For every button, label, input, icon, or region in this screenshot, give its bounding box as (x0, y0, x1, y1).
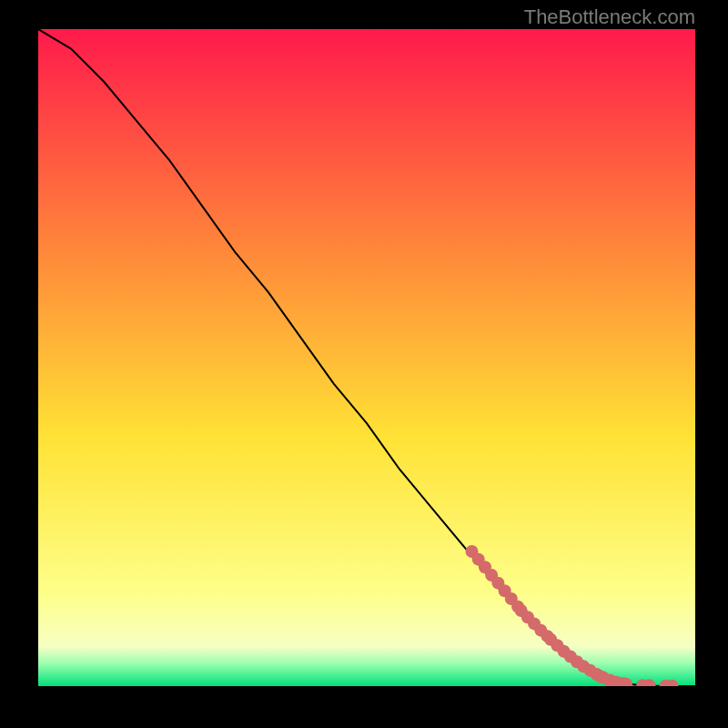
chart-frame: TheBottleneck.com (0, 0, 728, 728)
chart-svg (38, 29, 695, 686)
plot-area (38, 29, 695, 686)
watermark-text: TheBottleneck.com (524, 5, 695, 29)
gradient-background (38, 29, 695, 686)
